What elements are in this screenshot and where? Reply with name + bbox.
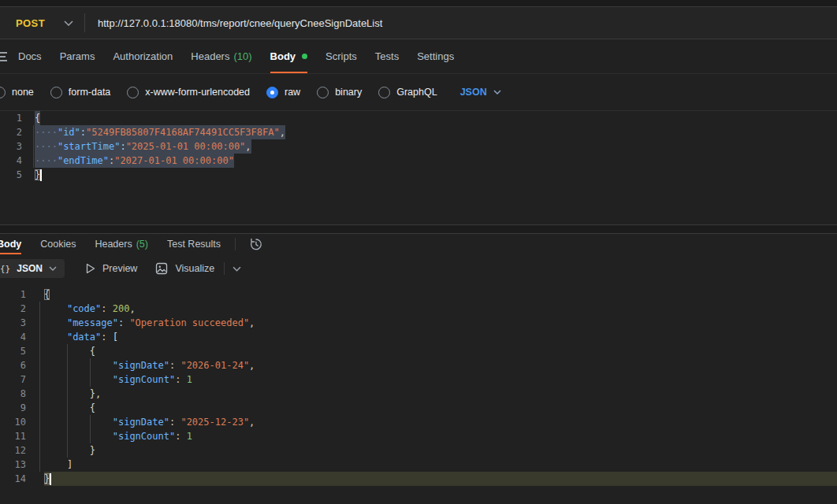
request-editor-gutter: 12345 — [0, 111, 22, 225]
text-cursor — [50, 473, 51, 485]
code-token: ···· — [35, 155, 58, 166]
code-token: : — [118, 317, 129, 328]
headers-count-badge: (10) — [233, 50, 251, 62]
code-token: "code" — [67, 303, 101, 314]
code-token: , — [245, 141, 251, 152]
code-line[interactable]: "message": "Operation succeeded", — [44, 316, 837, 330]
code-line[interactable]: "signDate": "2026-01-24", — [44, 358, 837, 372]
method-select[interactable]: POST — [0, 17, 73, 29]
code-line[interactable]: { — [44, 401, 837, 415]
request-body-editor[interactable]: 12345 {····"id":"5249FB85807F4168AF74491… — [0, 110, 837, 225]
raw-language-select[interactable]: JSON — [460, 87, 501, 98]
line-number: 4 — [0, 330, 26, 344]
code-line[interactable]: ····"startTime":"2025-01-01 00:00:00", — [35, 139, 837, 154]
divider — [84, 13, 85, 32]
bodytype-graphql[interactable]: GraphQL — [378, 87, 437, 98]
code-token: : — [169, 417, 180, 428]
code-line[interactable]: }, — [44, 387, 837, 401]
postman-window: POST http://127.0.0.1:18080/tms/report/c… — [0, 0, 837, 504]
line-number: 5 — [0, 344, 26, 358]
tab-settings[interactable]: Settings — [417, 39, 454, 73]
radio-icon — [127, 87, 139, 98]
code-token: { — [90, 346, 95, 357]
chevron-down-icon — [64, 20, 73, 26]
code-token: ] — [67, 459, 73, 470]
code-token: 200 — [113, 303, 130, 314]
code-token: [ — [113, 332, 118, 343]
code-line[interactable]: "data": [ — [44, 330, 837, 344]
bodytype-raw[interactable]: raw — [266, 87, 300, 98]
code-line[interactable]: { — [44, 344, 837, 358]
tab-tests[interactable]: Tests — [375, 39, 399, 73]
response-toolbar: {} JSON Preview Visualize — [0, 254, 837, 283]
code-token: } — [90, 445, 95, 456]
window-top-strip — [0, 0, 837, 7]
text-selection: ····"id":"5249FB85807F4168AF74491CC5F3F8… — [35, 125, 285, 139]
line-number: 12 — [0, 443, 26, 458]
code-line[interactable]: { — [44, 287, 837, 302]
docs-list-icon — [0, 39, 7, 73]
text-cursor — [40, 169, 42, 181]
code-line[interactable]: "signDate": "2025-12-23", — [44, 415, 837, 429]
code-token: 1 — [187, 431, 192, 442]
code-line[interactable]: } — [44, 443, 837, 458]
matched-bracket: } — [44, 473, 50, 484]
code-token: : — [101, 303, 112, 314]
tab-scripts[interactable]: Scripts — [326, 39, 357, 73]
tab-body[interactable]: Body — [270, 39, 308, 73]
code-line[interactable]: } — [35, 168, 837, 182]
matched-bracket: { — [44, 289, 50, 300]
request-editor-code[interactable]: {····"id":"5249FB85807F4168AF74491CC5F3F… — [22, 111, 837, 225]
response-tab-body[interactable]: Body — [0, 233, 21, 254]
bodytype-x-www-form-urlencoded[interactable]: x-www-form-urlencoded — [127, 87, 250, 98]
body-modified-dot — [302, 54, 307, 59]
code-token: ···· — [35, 127, 58, 138]
preview-button[interactable]: Preview — [86, 263, 137, 274]
bodytype-binary[interactable]: binary — [317, 87, 362, 98]
code-line[interactable]: ] — [44, 458, 837, 472]
code-token: "startTime" — [58, 141, 120, 152]
code-token — [44, 303, 67, 314]
response-body-editor[interactable]: 1234567891011121314 { "code": 200, "mess… — [0, 283, 837, 504]
visualize-button[interactable]: Visualize — [155, 262, 214, 275]
response-tab-cookies[interactable]: Cookies — [40, 233, 76, 254]
code-token: "2025-12-23" — [180, 417, 249, 428]
tab-params[interactable]: Params — [60, 39, 95, 73]
line-number: 9 — [0, 401, 26, 415]
code-line[interactable]: { — [35, 111, 837, 125]
bodytype-form-data[interactable]: form-data — [50, 87, 111, 98]
code-line[interactable]: } — [44, 472, 837, 486]
tab-docs[interactable]: Docs — [18, 39, 42, 73]
code-line[interactable]: "signCount": 1 — [44, 372, 837, 387]
code-line[interactable]: "code": 200, — [44, 302, 837, 316]
method-label: POST — [16, 17, 45, 29]
code-token — [44, 431, 113, 442]
divider — [235, 238, 236, 250]
tab-authorization[interactable]: Authorization — [113, 39, 173, 73]
response-tab-headers[interactable]: Headers(5) — [95, 233, 148, 254]
bodytype-none[interactable]: none — [0, 87, 34, 98]
code-token: "Operation succeeded" — [129, 317, 249, 328]
indent-guide — [39, 302, 40, 472]
code-token: "signCount" — [113, 374, 175, 385]
code-line[interactable]: ····"id":"5249FB85807F4168AF74491CC5F3F8… — [35, 125, 837, 139]
line-number: 3 — [0, 139, 22, 154]
indent-guide — [90, 415, 91, 443]
response-history-button[interactable] — [248, 233, 263, 254]
response-editor-code[interactable]: { "code": 200, "message": "Operation suc… — [26, 287, 837, 504]
response-format-select[interactable]: {} JSON — [0, 259, 65, 278]
play-icon — [86, 263, 95, 274]
code-token: : — [169, 360, 180, 371]
code-token: "2026-01-24" — [180, 360, 249, 371]
response-tab-test-results[interactable]: Test Results — [167, 233, 221, 254]
radio-icon — [378, 87, 390, 98]
code-token — [44, 317, 67, 328]
chevron-down-icon[interactable] — [232, 266, 241, 272]
request-url-bar: POST http://127.0.0.1:18080/tms/report/c… — [0, 7, 837, 39]
code-line[interactable]: "signCount": 1 — [44, 429, 837, 443]
tab-headers[interactable]: Headers(10) — [191, 39, 251, 73]
text-selection: ····"startTime":"2025-01-01 00:00:00", — [35, 139, 251, 154]
code-line[interactable]: ····"endTime":"2027-01-01 00:00:00" — [35, 154, 837, 168]
braces-icon: {} — [0, 264, 10, 274]
url-input[interactable]: http://127.0.0.1:18080/tms/report/cnee/q… — [98, 17, 382, 29]
